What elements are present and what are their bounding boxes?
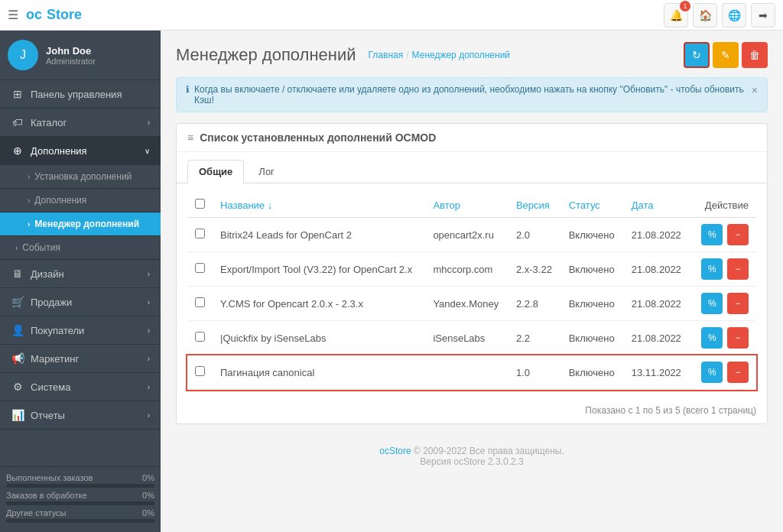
footer-version: Версия ocStore 2.3.0.2.3 xyxy=(187,456,757,467)
row-author-0: opencart2x.ru xyxy=(425,218,508,252)
topbar-right: 🔔 1 🏠 🌐 ➡ xyxy=(664,3,775,28)
edit-button[interactable]: ✎ xyxy=(713,42,739,68)
th-date[interactable]: Дата xyxy=(624,193,690,218)
extensions-card: ≡ Список установленных дополнений OCMOD … xyxy=(176,123,768,424)
home-icon: 🏠 xyxy=(699,9,712,21)
row-checkbox-1[interactable] xyxy=(195,263,205,273)
marketing-icon: 📢 xyxy=(11,352,24,365)
row-checkbox-cell xyxy=(187,355,213,390)
logo-oc: oc xyxy=(26,7,42,23)
row-actions-1: % − xyxy=(690,252,756,287)
sidebar-item-system[interactable]: ⚙ Система › xyxy=(0,373,161,401)
table-row: Export/Import Tool (V3.22) for OpenCart … xyxy=(187,252,756,287)
sidebar-item-marketing[interactable]: 📢 Маркетинг › xyxy=(0,345,161,373)
th-version[interactable]: Версия xyxy=(508,193,561,218)
row-delete-button-0[interactable]: − xyxy=(727,224,749,245)
sidebar-item-catalog[interactable]: 🏷 Каталог › xyxy=(0,109,161,137)
stat-completed-value: 0% xyxy=(142,473,154,482)
main-layout: J John Doe Administrator ⊞ Панель управл… xyxy=(0,31,783,532)
row-checkbox-4[interactable] xyxy=(195,366,205,376)
row-actions-2: % − xyxy=(690,287,756,321)
notification-badge: 1 xyxy=(680,1,690,11)
globe-button[interactable]: 🌐 xyxy=(722,3,746,28)
sidebar-item-reports[interactable]: 📊 Отчеты › xyxy=(0,401,161,430)
chevron-right-icon: › xyxy=(148,383,150,391)
sidebar-item-customers[interactable]: 👤 Покупатели › xyxy=(0,316,161,345)
notification-button[interactable]: 🔔 1 xyxy=(664,3,688,28)
breadcrumb-current-link[interactable]: Менеджер дополнений xyxy=(412,50,510,60)
sidebar: J John Doe Administrator ⊞ Панель управл… xyxy=(0,31,161,532)
card-header: ≡ Список установленных дополнений OCMOD xyxy=(177,124,767,152)
alert-close-button[interactable]: × xyxy=(752,84,758,96)
row-edit-button-0[interactable]: % xyxy=(701,224,723,245)
th-name[interactable]: Название ↓ xyxy=(213,193,425,218)
customers-icon: 👤 xyxy=(11,324,24,336)
row-author-2: Yandex.Money xyxy=(425,287,508,321)
sidebar-item-label-customers: Покупатели xyxy=(31,325,84,336)
sidebar-item-label-catalog: Каталог xyxy=(31,117,67,128)
sidebar-item-label-reports: Отчеты xyxy=(31,410,65,421)
row-checkbox-3[interactable] xyxy=(195,332,205,342)
chevron-right-icon: › xyxy=(148,326,150,335)
home-button[interactable]: 🏠 xyxy=(693,3,717,28)
row-checkbox-0[interactable] xyxy=(195,229,205,238)
sidebar-subitem-install[interactable]: › Установка дополнений xyxy=(0,165,161,189)
panel-icon: ⊞ xyxy=(11,88,24,100)
sidebar-item-label-design: Дизайн xyxy=(31,268,64,280)
row-edit-button-3[interactable]: % xyxy=(701,327,723,349)
row-delete-button-2[interactable]: − xyxy=(727,293,749,314)
extensions-table: Название ↓ Автор Версия Статус Дата Дейс… xyxy=(187,193,756,390)
stat-other: Другие статусы 0% xyxy=(6,508,154,523)
table-body: Bitrix24 Leads for OpenCart 2 opencart2x… xyxy=(187,218,756,390)
sidebar-item-panel[interactable]: ⊞ Панель управления xyxy=(0,80,161,109)
row-edit-button-2[interactable]: % xyxy=(701,293,723,314)
globe-icon: 🌐 xyxy=(728,9,741,21)
sales-icon: 🛒 xyxy=(11,296,24,308)
stat-completed-bar xyxy=(6,484,154,488)
sub-arrow-icon: › xyxy=(28,173,30,181)
row-status-0: Включено xyxy=(561,218,624,252)
th-status[interactable]: Статус xyxy=(561,193,624,218)
sidebar-item-label-extensions: Дополнения xyxy=(31,145,87,157)
refresh-button[interactable]: ↻ xyxy=(684,42,710,68)
sidebar-user: J John Doe Administrator xyxy=(0,31,161,80)
trash-icon: 🗑 xyxy=(749,49,760,61)
sidebar-item-sales[interactable]: 🛒 Продажи › xyxy=(0,288,161,316)
row-checkbox-cell xyxy=(187,252,213,287)
refresh-icon: ↻ xyxy=(692,49,701,61)
row-delete-button-1[interactable]: − xyxy=(727,258,749,280)
sidebar-subitem-addons[interactable]: › Дополнения xyxy=(0,189,161,212)
tab-general[interactable]: Общие xyxy=(187,160,244,183)
stat-completed-label: Выполненных заказов xyxy=(6,473,93,482)
content: Менеджер дополнений Главная / Менеджер д… xyxy=(161,31,783,532)
row-version-4: 1.0 xyxy=(508,355,561,390)
row-date-0: 21.08.2022 xyxy=(624,218,690,252)
select-all-checkbox[interactable] xyxy=(195,199,205,209)
tab-log[interactable]: Лог xyxy=(247,160,286,183)
row-delete-button-4[interactable]: − xyxy=(727,362,749,383)
sidebar-subitem-manager[interactable]: › Менеджер дополнений xyxy=(0,212,161,236)
sidebar-nav: ⊞ Панель управления 🏷 Каталог › ⊕ Дополн… xyxy=(0,80,161,466)
row-author-1: mhccorp.com xyxy=(425,252,508,287)
card-header-title: Список установленных дополнений OCMOD xyxy=(200,131,436,144)
logout-button[interactable]: ➡ xyxy=(751,3,775,28)
row-delete-button-3[interactable]: − xyxy=(727,327,749,349)
row-edit-button-1[interactable]: % xyxy=(701,258,723,280)
sidebar-item-design[interactable]: 🖥 Дизайн › xyxy=(0,260,161,288)
row-checkbox-cell xyxy=(187,321,213,355)
sidebar-item-extensions[interactable]: ⊕ Дополнения ∨ xyxy=(0,137,161,165)
th-author[interactable]: Автор xyxy=(425,193,508,218)
hamburger-icon[interactable]: ☰ xyxy=(8,8,18,22)
delete-button[interactable]: 🗑 xyxy=(742,42,768,68)
row-version-0: 2.0 xyxy=(508,218,561,252)
row-actions-3: % − xyxy=(690,321,756,355)
sidebar-subitem-events[interactable]: › События xyxy=(0,236,161,260)
row-actions-4: % − xyxy=(690,355,756,390)
footer-brand-link[interactable]: ocStore xyxy=(379,446,411,456)
table-wrapper: Название ↓ Автор Версия Статус Дата Дейс… xyxy=(177,183,767,399)
row-edit-button-4[interactable]: % xyxy=(701,362,723,383)
row-checkbox-2[interactable] xyxy=(195,297,205,307)
stat-processing-bar xyxy=(6,501,154,505)
sidebar-stats: Выполненных заказов 0% Заказов в обработ… xyxy=(0,466,161,532)
breadcrumb-home-link[interactable]: Главная xyxy=(369,50,404,60)
